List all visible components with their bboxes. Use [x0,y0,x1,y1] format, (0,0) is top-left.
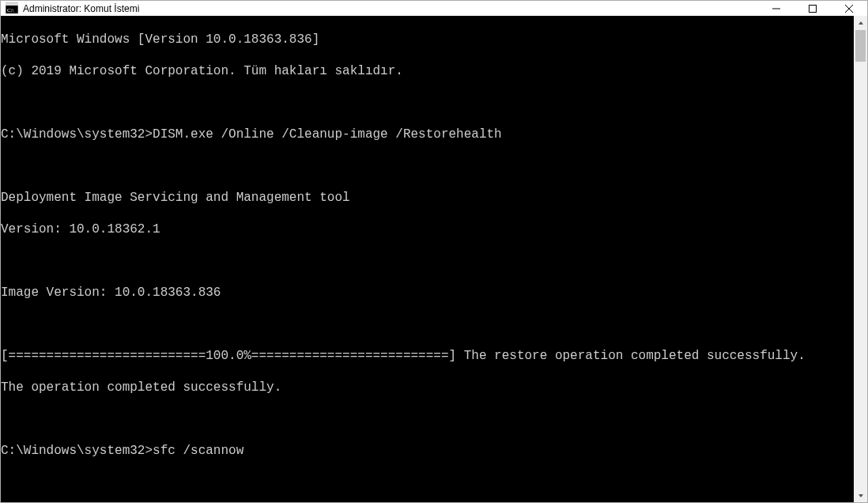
console-line: Deployment Image Servicing and Managemen… [1,190,854,206]
svg-rect-3 [810,5,817,12]
scroll-down-arrow-icon[interactable] [854,489,867,502]
console-line: Microsoft Windows [Version 10.0.18363.83… [1,32,854,47]
console-line: The operation completed successfully. [1,380,854,395]
console-line [1,95,854,111]
vertical-scrollbar[interactable] [854,16,867,502]
console-output[interactable]: Microsoft Windows [Version 10.0.18363.83… [1,16,854,502]
maximize-button[interactable] [794,1,831,16]
console-line: [==========================100.0%=======… [1,348,854,364]
svg-text:C:\: C:\ [7,7,14,13]
console-line [1,316,854,332]
minimize-button[interactable] [758,1,794,16]
prompt: C:\Windows\system32> [1,127,153,142]
svg-rect-1 [6,3,18,6]
close-button[interactable] [831,1,867,16]
command: DISM.exe /Online /Cleanup-image /Restore… [153,127,502,142]
prompt: C:\Windows\system32> [1,444,153,458]
console-line [1,158,854,174]
console-line: (c) 2019 Microsoft Corporation. Tüm hakl… [1,63,854,79]
command: sfc /scannow [153,444,243,458]
command-prompt-window: C:\ Administrator: Komut İstemi Microsof… [0,0,868,503]
window-controls [758,1,867,16]
titlebar[interactable]: C:\ Administrator: Komut İstemi [1,1,867,16]
window-title: Administrator: Komut İstemi [23,3,139,14]
cmd-icon: C:\ [6,2,18,15]
console-line [1,253,854,269]
console-line: C:\Windows\system32>sfc /scannow [1,443,854,459]
scroll-thumb[interactable] [855,30,866,62]
console-line: Image Version: 10.0.18363.836 [1,285,854,301]
console-line [1,475,854,490]
scroll-up-arrow-icon[interactable] [854,16,867,29]
console-line: Version: 10.0.18362.1 [1,221,854,237]
console-line: C:\Windows\system32>DISM.exe /Online /Cl… [1,127,854,142]
console-line [1,411,854,427]
client-area: Microsoft Windows [Version 10.0.18363.83… [1,16,867,502]
